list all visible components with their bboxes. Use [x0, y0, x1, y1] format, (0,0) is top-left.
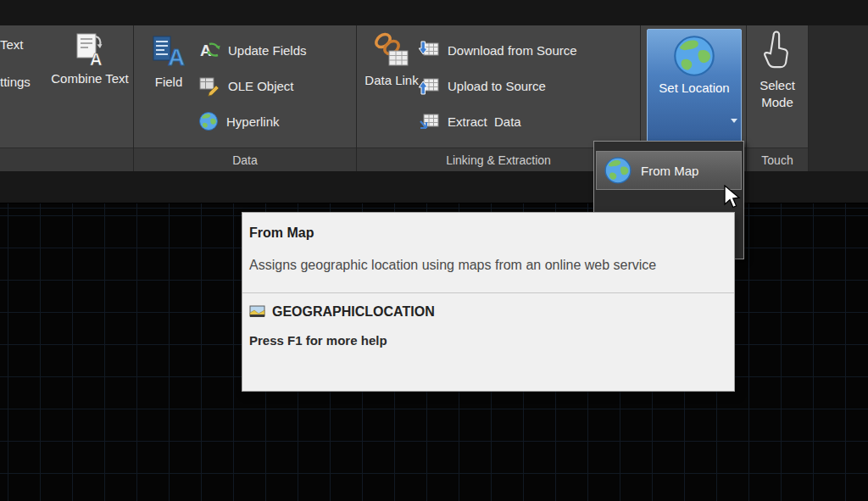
set-location-globe-icon	[672, 34, 716, 78]
panel-text-partial: Text ttings A Combine Text	[0, 25, 134, 171]
window-top-strip	[0, 0, 868, 25]
set-location-label: Set Location	[659, 80, 729, 97]
extract-data-label: Extract Data	[448, 114, 521, 129]
combine-text-icon: A	[73, 31, 107, 67]
panel-label-touch[interactable]: Touch	[747, 148, 808, 171]
panel-data: A Field A	[134, 25, 357, 171]
data-link-icon	[373, 31, 410, 69]
hyperlink-button[interactable]: Hyperlink	[198, 103, 351, 139]
hyperlink-label: Hyperlink	[226, 114, 280, 129]
tooltip-divider	[242, 292, 734, 293]
tooltip-help-text: Press F1 for more help	[249, 333, 727, 348]
set-location-button[interactable]: Set Location	[647, 29, 742, 142]
panel-label-data[interactable]: Data	[134, 148, 356, 171]
svg-text:A: A	[90, 50, 102, 67]
upload-to-source-icon	[418, 75, 440, 97]
geographiclocation-command-icon	[249, 305, 265, 319]
upload-to-source-label: Upload to Source	[448, 79, 546, 93]
mouse-cursor-icon	[722, 185, 741, 210]
extract-data-icon	[418, 110, 440, 132]
field-button[interactable]: A Field	[142, 31, 195, 139]
update-fields-icon: A	[198, 39, 220, 61]
globe-icon	[604, 156, 632, 185]
from-map-tooltip: From Map Assigns geographic location usi…	[242, 212, 735, 392]
app-window: Text ttings A Combine Text	[0, 0, 868, 501]
tooltip-command-name: GEOGRAPHICLOCATION	[272, 304, 435, 320]
select-mode-label: Select Mode	[751, 77, 804, 110]
select-mode-button[interactable]: Select Mode	[750, 29, 804, 142]
update-fields-label: Update Fields	[228, 43, 307, 58]
download-from-source-label: Download from Source	[448, 43, 577, 58]
download-from-source-icon	[418, 39, 440, 61]
ole-object-label: OLE Object	[228, 79, 294, 93]
from-map-item-label: From Map	[641, 164, 698, 178]
svg-text:A: A	[168, 44, 185, 70]
panel-label-partial[interactable]	[0, 148, 133, 171]
chevron-down-icon[interactable]	[731, 119, 737, 123]
ole-object-button[interactable]: OLE Object	[198, 68, 351, 103]
tooltip-description: Assigns geographic location using maps f…	[249, 255, 717, 276]
hyperlink-globe-icon	[198, 111, 219, 131]
update-fields-button[interactable]: A Update Fields	[198, 32, 351, 68]
data-link-label: Data Link	[364, 72, 418, 89]
cutoff-text-button-label[interactable]: Text	[0, 37, 24, 52]
field-label: Field	[155, 74, 183, 91]
dropdown-item-from-map[interactable]: From Map	[596, 151, 742, 190]
extract-data-button[interactable]: Extract Data	[418, 103, 630, 139]
upload-to-source-button[interactable]: Upload to Source	[418, 68, 630, 103]
ole-object-icon	[198, 75, 220, 97]
field-icon: A	[150, 31, 187, 70]
ribbon-empty-area	[809, 25, 868, 171]
cutoff-settings-button-label[interactable]: ttings	[0, 75, 31, 89]
combine-text-button[interactable]: A Combine Text	[49, 31, 131, 142]
select-mode-hand-icon	[764, 30, 791, 74]
combine-text-label: Combine Text	[51, 70, 128, 87]
download-from-source-button[interactable]: Download from Source	[418, 32, 630, 68]
tooltip-title: From Map	[249, 225, 727, 241]
panel-touch: Select Mode Touch	[747, 25, 809, 171]
data-link-button[interactable]: Data Link	[362, 31, 421, 139]
